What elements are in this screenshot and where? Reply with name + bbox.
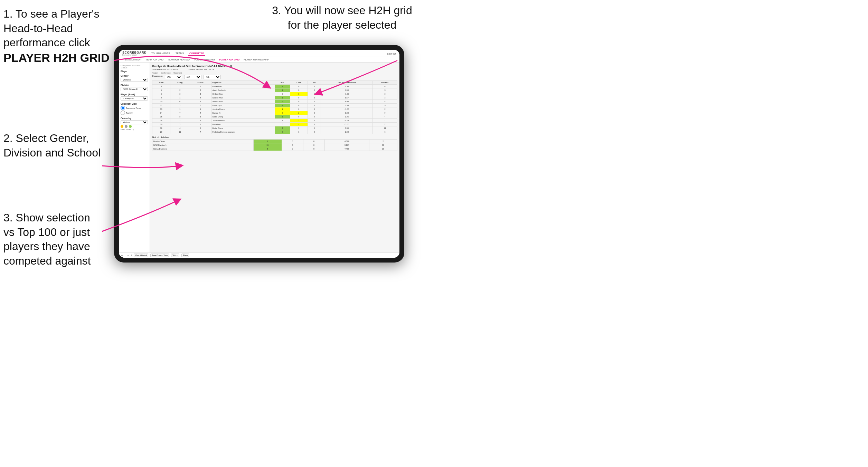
table-row: 5 2 2 Alexis Sudjianto 1 0 0 4.00 3: [152, 88, 397, 92]
out-of-division-table: Foreign Team 1 0 0 4.500 2 NAIA Division…: [152, 139, 397, 151]
separator1: |: [125, 254, 125, 256]
sub-team-summary[interactable]: TEAM SUMMARY: [122, 58, 143, 61]
share-btn[interactable]: Share: [181, 254, 189, 257]
sub-nav: TEAM SUMMARY TEAM H2H GRID TEAM H2H HEAT…: [122, 57, 396, 62]
conference-filter: Conference: [161, 72, 170, 74]
filter-row: Region Conference Opponent: [152, 72, 397, 74]
table-row: 6 3 3 Sydney Kuo 0 1 0 -1.00 3: [152, 92, 397, 96]
radio-opponents-played: Opponents Played: [121, 106, 148, 110]
col-rounds: Rounds: [373, 81, 397, 85]
sub-team-h2h-heatmap[interactable]: TEAM H2H HEATMAP: [167, 58, 191, 61]
opponent-name-select[interactable]: (All): [204, 75, 221, 79]
table-row: 11 2 5 Heejo Hyun 1 0 0 3.33 3: [152, 104, 397, 107]
instruction-bottom-left: 3. Show selection vs Top 100 or just pla…: [3, 211, 104, 268]
h2h-records: Overall Record: 353 - 34 - 6 Division Re…: [152, 68, 397, 70]
region-filter: Region: [152, 72, 158, 74]
last-updated: Last Updated: 27/03/2024 16:55:38: [121, 65, 148, 69]
opponent-view-section: Opponent view Opponents Played Top 100: [121, 103, 148, 115]
watch-btn[interactable]: Watch: [171, 254, 179, 257]
table-row: 18 2 2 Euna Lee 0 1 0 -5.00 2: [152, 123, 397, 126]
gender-section: Gender Women's: [121, 75, 148, 82]
main-content: Last Updated: 27/03/2024 16:55:38 Player…: [119, 63, 399, 252]
sign-out[interactable]: | Sign out: [386, 53, 396, 55]
table-area: Katelyn Vo Head-to-Head Grid for Women's…: [150, 63, 399, 252]
gender-select[interactable]: Women's: [121, 78, 148, 82]
division-select[interactable]: NCAA Division III: [121, 87, 148, 91]
tablet: SCOREBOARD Powered by clippd TOURNAMENTS…: [114, 45, 404, 263]
colour-section: Colour by Win/loss Down Level Up: [121, 117, 148, 131]
save-custom-btn[interactable]: Save Custom View: [150, 254, 169, 257]
sub-player-summary[interactable]: PLAYER SUMMARY: [194, 58, 216, 61]
col-diff: Diff Av Strokes/Rnd: [321, 81, 373, 85]
out-table-row: NAIA Division 1 15 0 0 9.267 30: [152, 143, 397, 147]
conference-select[interactable]: (All): [184, 75, 201, 79]
logo: SCOREBOARD Powered by clippd: [122, 51, 147, 56]
opponents-row: Opponents: (All) (All) (All): [152, 75, 397, 79]
instruction-top-right: 3. You will now see H2H grid for the pla…: [270, 3, 415, 32]
col-reg: # Reg: [170, 81, 190, 85]
table-row: 13 1 1 Jessica Huang 1 0 0 -3.00 2: [152, 107, 397, 111]
undo-icon[interactable]: ↩: [121, 254, 123, 257]
col-tie: Tie: [308, 81, 321, 85]
opponents-select[interactable]: (All): [165, 75, 182, 79]
table-row: 10 6 3 Andrea York 2 0 0 4.00 4: [152, 100, 397, 104]
opponent-filter: Opponent: [173, 72, 182, 74]
player-rank-section: Player (Rank) 8. Katelyn Vo: [121, 93, 148, 101]
nav-links: TOURNAMENTS TEAMS COMMITTEE: [150, 51, 205, 56]
colour-by-select[interactable]: Win/loss: [121, 120, 148, 124]
sub-team-h2h-grid[interactable]: TEAM H2H GRID: [145, 58, 164, 61]
level-dot: [125, 125, 128, 128]
table-row: 3 1 1 Esther Lee 1 0 0 1.50 4: [152, 85, 397, 88]
col-win: Win: [275, 81, 290, 85]
out-table-row: NCAA Division 2 5 0 0 7.400 10: [152, 147, 397, 151]
division-section: Division NCAA Division III: [121, 84, 148, 91]
instruction-top-left: 1. To see a Player's Head-to-Head perfor…: [3, 7, 114, 65]
col-opponent: Opponent: [211, 81, 275, 85]
table-row: 9 1 4 Sharon Mun 1 0 0 3.67 3: [152, 96, 397, 100]
player-section: Player: [121, 70, 148, 73]
table-row: 20 11 7 Federica Domecq Lacroze 2 1 0 1.…: [152, 130, 397, 134]
col-loss: Loss: [290, 81, 308, 85]
table-row: 14 7 4 Eunice Yi 2 2 0 0.38 9: [152, 111, 397, 115]
up-dot: [129, 125, 132, 128]
col-div: # Div: [152, 81, 170, 85]
table-row: 15 8 5 Stella Cheng 1 0 0 1.25 4: [152, 115, 397, 119]
separator2: |: [131, 254, 132, 256]
player-rank-select[interactable]: 8. Katelyn Vo: [121, 96, 148, 101]
sub-player-h2h-grid[interactable]: PLAYER H2H GRID: [218, 58, 241, 61]
nav-committee[interactable]: COMMITTEE: [188, 51, 205, 56]
h2h-table: # Div # Reg # Conf Opponent Win Loss Tie…: [152, 80, 397, 134]
instruction-mid-left: 2. Select Gender, Division and School: [3, 131, 104, 160]
bottom-toolbar: ↩ | ↪ | View: Original Save Custom View …: [119, 252, 399, 258]
radio-top100: Top 100: [121, 111, 148, 115]
down-dot: [121, 125, 123, 128]
nav-bar: SCOREBOARD Powered by clippd TOURNAMENTS…: [119, 50, 399, 63]
table-row: 19 4 6 Emily Chang 4 1 0 0.30 11: [152, 126, 397, 130]
out-table-row: Foreign Team 1 0 0 4.500 2: [152, 140, 397, 143]
col-conf: # Conf: [190, 81, 211, 85]
table-row: 16 1 3 Jessica Mason 1 2 0 -0.94 7: [152, 119, 397, 123]
redo-icon[interactable]: ↪: [128, 254, 129, 257]
left-panel: Last Updated: 27/03/2024 16:55:38 Player…: [119, 63, 150, 252]
tablet-screen: SCOREBOARD Powered by clippd TOURNAMENTS…: [119, 50, 399, 258]
nav-teams[interactable]: TEAMS: [174, 51, 185, 56]
sub-player-h2h-heatmap[interactable]: PLAYER H2H HEATMAP: [243, 58, 270, 61]
view-original-btn[interactable]: View: Original: [134, 254, 148, 257]
nav-tournaments[interactable]: TOURNAMENTS: [150, 51, 171, 56]
